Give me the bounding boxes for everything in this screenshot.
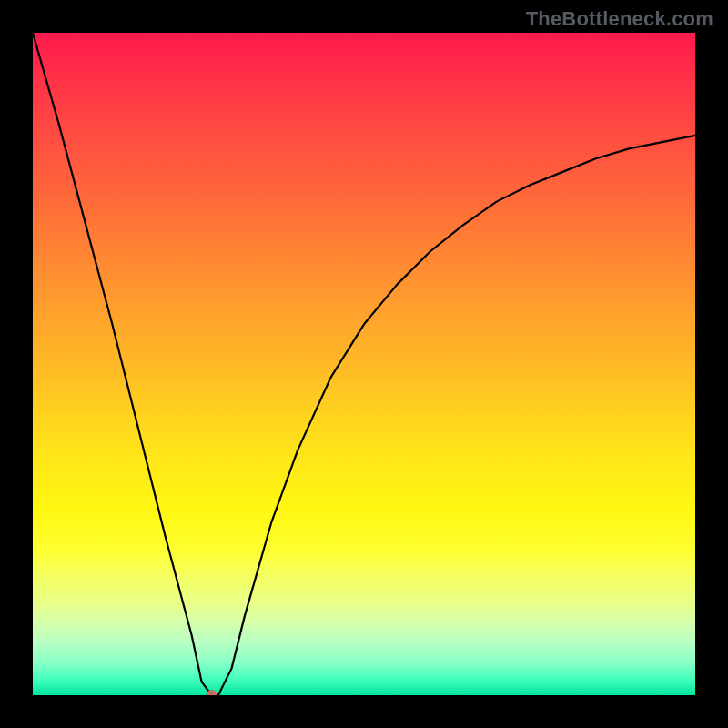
watermark-text: TheBottleneck.com — [526, 7, 713, 31]
chart-frame: TheBottleneck.com — [0, 0, 728, 728]
plot-area — [33, 33, 695, 695]
curve-layer — [33, 33, 695, 695]
bottleneck-curve — [33, 33, 695, 695]
